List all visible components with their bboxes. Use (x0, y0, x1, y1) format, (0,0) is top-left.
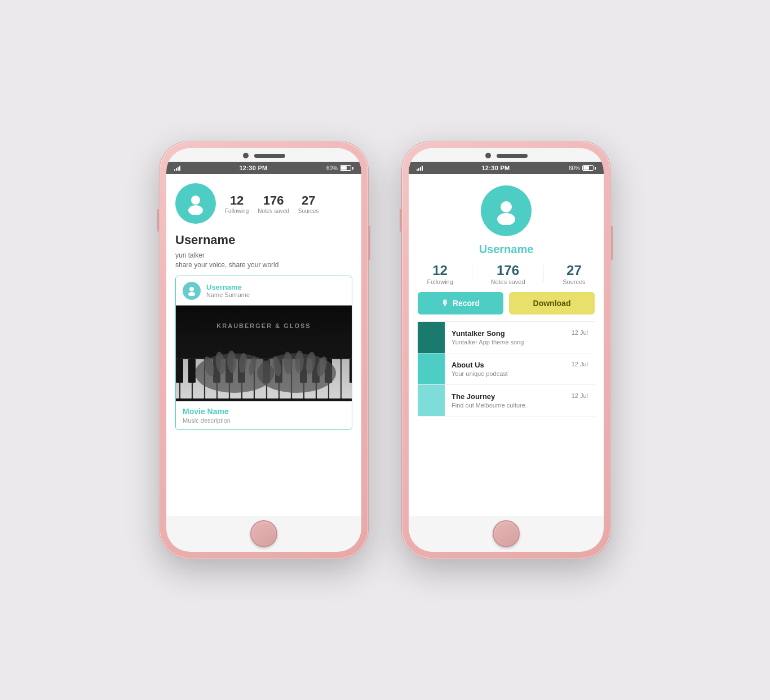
username-right: Username (418, 243, 595, 256)
track-item-2[interactable]: About Us 12 Jul Your unique podcast (418, 353, 595, 385)
microphone-icon: 🎙 (441, 299, 449, 308)
track-title-1: Yuntalker Song (452, 329, 505, 338)
svg-point-46 (497, 213, 515, 225)
svg-rect-44 (176, 305, 352, 401)
phone-right: 12:30 PM 60% (402, 141, 610, 559)
track-color-2 (418, 353, 445, 384)
profile-screen-left: 12 Following 176 Notes saved 27 Sources (166, 174, 361, 439)
speaker-right (497, 154, 528, 158)
profile-name-section-left: Username yun talker share your voice, sh… (175, 233, 352, 270)
battery-fill-left (341, 166, 347, 170)
post-avatar-left (183, 282, 201, 300)
stat-following-number-right: 12 (432, 263, 448, 278)
track-item-3[interactable]: The Journey 12 Jul Find out Melbourne cu… (418, 385, 595, 417)
track-date-1: 12 Jul (572, 329, 588, 336)
post-username-left: Username (206, 283, 250, 291)
signal-bar-r1 (417, 169, 418, 171)
signal-bar-r2 (418, 168, 419, 171)
track-desc-1: Yuntalker App theme song (452, 339, 588, 345)
track-title-row-1: Yuntalker Song 12 Jul (452, 329, 588, 338)
post-avatar-icon-left (187, 286, 197, 296)
status-time-right: 12:30 PM (481, 165, 510, 171)
track-title-3: The Journey (452, 392, 495, 401)
avatar-icon-right (492, 197, 520, 225)
stat-notes-number-left: 176 (263, 193, 284, 208)
signal-bar-2 (176, 168, 177, 171)
avatar-center-right (418, 185, 595, 236)
status-bar-right: 12:30 PM 60% (409, 162, 604, 174)
battery-body-right (582, 165, 594, 171)
signal-bar-1 (174, 169, 175, 171)
status-left-right (417, 165, 423, 171)
profile-screen-right: Username 12 Following 176 Notes saved (409, 174, 604, 426)
track-list-right: Yuntalker Song 12 Jul Yuntalker App them… (418, 321, 595, 417)
phone-right-inner: 12:30 PM 60% (409, 148, 604, 552)
screen-content-left: 12 Following 176 Notes saved 27 Sources (166, 174, 361, 516)
signal-bar-3 (178, 167, 179, 171)
signal-bar-r3 (420, 167, 421, 171)
profile-header-left: 12 Following 176 Notes saved 27 Sources (175, 183, 352, 224)
status-time-left: 12:30 PM (239, 165, 267, 171)
battery-percent-right: 60% (569, 165, 580, 171)
camera-left (243, 153, 249, 158)
download-label: Download (533, 299, 571, 308)
stat-notes-label-left: Notes saved (258, 208, 289, 214)
battery-tip-left (352, 167, 353, 170)
battery-tip-right (595, 167, 596, 170)
track-title-2: About Us (452, 361, 484, 369)
track-date-3: 12 Jul (572, 392, 588, 399)
phone-top-notch-left (166, 148, 361, 162)
track-title-row-2: About Us 12 Jul (452, 361, 588, 369)
status-right-right: 60% (569, 165, 596, 171)
piano-svg-left (176, 305, 352, 401)
stat-sources-right: 27 Sources (563, 263, 585, 285)
phone-left: 12:30 PM 60% (160, 141, 368, 559)
track-info-1: Yuntalker Song 12 Jul Yuntalker App them… (445, 322, 595, 353)
screen-content-right: Username 12 Following 176 Notes saved (409, 174, 604, 516)
svg-point-3 (188, 292, 195, 296)
battery-fill-right (583, 166, 589, 170)
stat-notes-label-right: Notes saved (490, 278, 525, 285)
stat-following-right: 12 Following (427, 263, 453, 285)
battery-body-left (340, 165, 351, 171)
track-color-3 (418, 385, 445, 416)
stats-row-right: 12 Following 176 Notes saved 27 Sources (418, 263, 595, 285)
svg-point-1 (188, 205, 203, 215)
stat-sources-label-left: Sources (298, 208, 319, 214)
stat-notes-number-right: 176 (497, 263, 519, 278)
profile-tagline1-left: yun talker (175, 251, 352, 260)
phones-container: 12:30 PM 60% (126, 108, 644, 592)
camera-right (485, 153, 491, 158)
avatar-left (175, 183, 216, 224)
post-footer-left: Movie Name Music description (176, 401, 352, 429)
image-branding-left: KRAUBERGER & GLOSS (216, 322, 311, 329)
status-right-left: 60% (326, 165, 353, 171)
stat-divider-2 (543, 265, 544, 282)
svg-point-2 (189, 287, 194, 291)
track-desc-3: Find out Melbourne culture. (452, 402, 588, 409)
download-button[interactable]: Download (509, 292, 595, 314)
battery-right (582, 165, 596, 171)
stat-sources-left: 27 Sources (298, 193, 319, 214)
signal-bars-right (417, 165, 423, 171)
record-label: Record (453, 299, 480, 308)
avatar-icon-left (184, 192, 207, 215)
post-card-left[interactable]: Username Name Surname KRAUBERGER & GLOSS (175, 276, 352, 430)
stat-following-label-left: Following (225, 208, 249, 214)
track-title-row-3: The Journey 12 Jul (452, 392, 588, 401)
record-button[interactable]: 🎙 Record (418, 292, 503, 314)
track-info-3: The Journey 12 Jul Find out Melbourne cu… (445, 385, 595, 416)
battery-percent-left: 60% (326, 165, 338, 171)
post-fullname-left: Name Surname (206, 291, 250, 298)
stat-notes-right: 176 Notes saved (490, 263, 525, 285)
stat-following-number-left: 12 (230, 193, 244, 208)
action-buttons-right: 🎙 Record Download (418, 292, 595, 314)
stat-sources-number-left: 27 (302, 193, 315, 208)
post-subtitle-left: Music description (183, 417, 345, 424)
signal-bars-left (174, 165, 180, 171)
track-item-1[interactable]: Yuntalker Song 12 Jul Yuntalker App them… (418, 322, 595, 353)
status-left-left (174, 165, 180, 171)
track-date-2: 12 Jul (572, 361, 588, 367)
home-button-right[interactable] (493, 520, 520, 547)
home-button-left[interactable] (250, 520, 277, 547)
